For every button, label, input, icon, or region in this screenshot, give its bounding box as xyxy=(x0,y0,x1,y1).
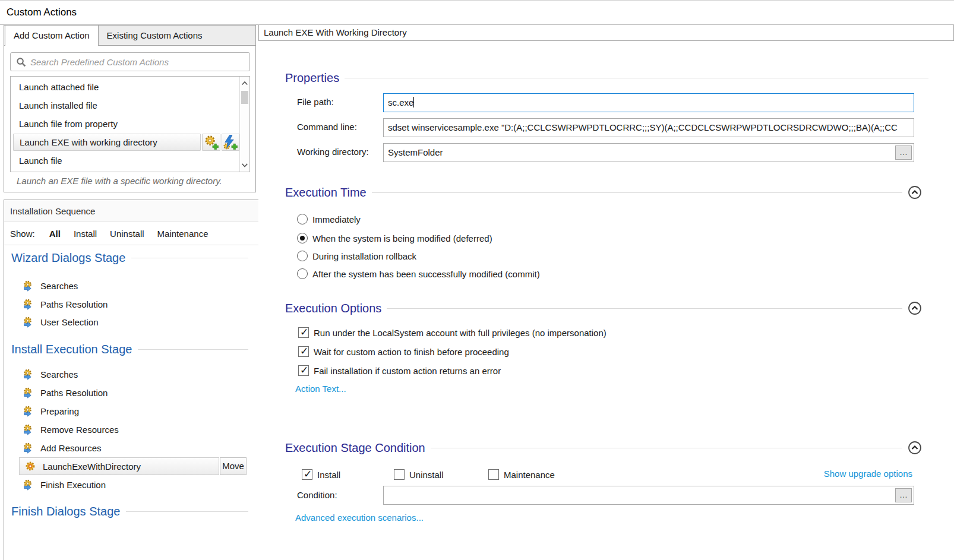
list-item[interactable]: Launch file xyxy=(11,151,239,170)
list-item[interactable]: Launch file from property xyxy=(11,115,239,133)
condition-input[interactable]: … xyxy=(383,486,914,505)
radio-icon[interactable] xyxy=(297,268,308,279)
advanced-scenarios-link[interactable]: Advanced execution scenarios... xyxy=(295,512,424,523)
condition-label: Condition: xyxy=(297,490,337,500)
scrollbar-thumb[interactable] xyxy=(241,91,248,104)
list-scrollbar[interactable] xyxy=(239,77,249,172)
radio-icon[interactable] xyxy=(297,214,308,224)
page-header: Custom Actions xyxy=(0,1,954,25)
custom-actions-page: Custom Actions Add Custom Action Existin… xyxy=(0,0,954,560)
checkbox-fail-install[interactable]: Fail installation if custom action retur… xyxy=(298,365,501,377)
sequence-item[interactable]: Finish Execution xyxy=(22,476,106,493)
checkbox-maintenance[interactable]: Maintenance xyxy=(488,469,555,480)
checkbox-icon-checked[interactable] xyxy=(298,365,309,376)
add-custom-action-panel: Add Custom Action Existing Custom Action… xyxy=(4,25,256,192)
show-upgrade-options-link[interactable]: Show upgrade options xyxy=(824,469,912,479)
section-properties: Properties xyxy=(285,70,928,86)
list-item[interactable]: Launch attached file xyxy=(11,78,239,96)
gear-arrow-icon xyxy=(22,387,33,398)
gear-arrow-icon xyxy=(22,405,33,417)
command-line-label: Command line: xyxy=(297,122,357,132)
scroll-up-icon[interactable] xyxy=(241,80,248,86)
show-filter-bar: Show: All Install Uninstall Maintenance xyxy=(4,222,261,245)
tab-strip: Add Custom Action Existing Custom Action… xyxy=(4,25,255,46)
stage-heading-install-execution: Install Execution Stage xyxy=(11,341,248,357)
gear-arrow-icon xyxy=(22,423,33,435)
move-button[interactable]: Move xyxy=(220,457,247,475)
collapse-execution-time-button[interactable] xyxy=(908,185,922,200)
predefined-actions-list: Launch attached file Launch installed fi… xyxy=(10,76,250,172)
list-item-selected[interactable]: Launch EXE with working directory xyxy=(11,133,239,151)
condition-browse-button[interactable]: … xyxy=(895,488,912,502)
radio-icon[interactable] xyxy=(297,251,308,261)
checkbox-icon[interactable] xyxy=(488,469,499,480)
gear-arrow-icon xyxy=(22,368,33,380)
gear-selected-icon xyxy=(24,460,36,472)
filter-all[interactable]: All xyxy=(49,229,61,239)
search-box xyxy=(10,52,250,71)
gear-arrow-icon xyxy=(22,280,33,292)
sequence-item[interactable]: Paths Resolution xyxy=(22,384,108,401)
tab-existing-custom-actions[interactable]: Existing Custom Actions xyxy=(99,26,211,45)
sequence-panel-title: Installation Sequence xyxy=(4,200,261,222)
checkbox-icon[interactable] xyxy=(394,469,405,480)
search-icon xyxy=(16,57,26,67)
sequence-item[interactable]: Preparing xyxy=(22,403,79,419)
add-launch-custom-action-button[interactable] xyxy=(222,134,239,151)
editor-panel: Launch EXE With Working Directory Proper… xyxy=(258,25,954,560)
checkbox-uninstall[interactable]: Uninstall xyxy=(394,469,444,480)
working-directory-input[interactable]: SystemFolder … xyxy=(383,143,914,162)
sequence-item-selected[interactable]: LaunchExeWithDirectory Move xyxy=(19,457,247,475)
gear-arrow-icon xyxy=(22,442,33,454)
page-title: Custom Actions xyxy=(7,7,77,18)
sequence-item[interactable]: Remove Resources xyxy=(22,421,119,438)
tab-add-custom-action[interactable]: Add Custom Action xyxy=(5,25,99,46)
section-stage-condition: Execution Stage Condition xyxy=(285,440,922,455)
collapse-stage-condition-button[interactable] xyxy=(908,441,922,455)
text-caret xyxy=(413,97,414,107)
installation-sequence-panel: Installation Sequence Show: All Install … xyxy=(4,200,262,560)
action-text-link[interactable]: Action Text... xyxy=(295,384,346,394)
checkbox-icon-checked[interactable] xyxy=(298,327,309,338)
sequence-item[interactable]: Searches xyxy=(22,366,78,382)
bolt-gear-plus-icon xyxy=(223,135,238,150)
radio-rollback[interactable]: During installation rollback xyxy=(297,249,416,262)
action-description: Launch an EXE file with a specific worki… xyxy=(17,176,255,186)
sequence-item[interactable]: Add Resources xyxy=(22,439,102,456)
list-item[interactable]: Launch installed file xyxy=(11,96,239,115)
stage-heading-finish-dialogs: Finish Dialogs Stage xyxy=(11,504,248,519)
selected-sequence-item[interactable]: LaunchExeWithDirectory xyxy=(19,457,219,475)
file-path-input[interactable]: sc.exe xyxy=(383,93,914,112)
checkbox-localsystem[interactable]: Run under the LocalSystem account with f… xyxy=(298,327,606,338)
radio-icon-selected[interactable] xyxy=(297,233,308,243)
section-execution-options: Execution Options xyxy=(285,300,922,316)
filter-install[interactable]: Install xyxy=(74,229,97,239)
show-label: Show: xyxy=(10,229,35,239)
scroll-down-icon[interactable] xyxy=(241,162,248,168)
radio-immediately[interactable]: Immediately xyxy=(297,213,361,226)
checkbox-icon-checked[interactable] xyxy=(298,346,309,357)
gear-plus-icon xyxy=(204,135,219,150)
working-directory-label: Working directory: xyxy=(297,147,369,157)
command-line-input[interactable]: sdset winservicesample.exe "D:(A;;CCLCSW… xyxy=(383,118,914,137)
filter-maintenance[interactable]: Maintenance xyxy=(157,229,209,239)
radio-deferred[interactable]: When the system is being modified (defer… xyxy=(297,232,492,245)
search-input[interactable] xyxy=(30,53,249,71)
checkbox-icon-checked[interactable] xyxy=(302,469,312,480)
gear-arrow-icon xyxy=(22,479,33,491)
filter-uninstall[interactable]: Uninstall xyxy=(110,229,144,239)
radio-commit[interactable]: After the system has been successfully m… xyxy=(297,267,540,280)
section-execution-time: Execution Time xyxy=(285,185,922,200)
sequence-item[interactable]: User Selection xyxy=(22,314,99,330)
checkbox-install[interactable]: Install xyxy=(302,469,340,480)
sequence-item[interactable]: Paths Resolution xyxy=(22,296,108,312)
working-directory-browse-button[interactable]: … xyxy=(895,145,912,160)
sequence-item[interactable]: Searches xyxy=(22,277,78,294)
add-install-custom-action-button[interactable] xyxy=(202,134,220,151)
selected-action-label: Launch EXE with working directory xyxy=(13,134,201,151)
gear-arrow-icon xyxy=(22,298,33,310)
file-path-label: File path: xyxy=(297,97,334,107)
checkbox-wait-finish[interactable]: Wait for custom action to finish before … xyxy=(298,346,509,357)
editor-title: Launch EXE With Working Directory xyxy=(258,25,954,41)
collapse-execution-options-button[interactable] xyxy=(908,301,922,315)
